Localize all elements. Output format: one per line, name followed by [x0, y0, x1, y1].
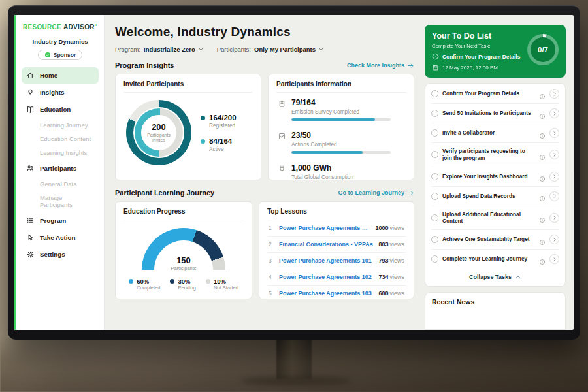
info-icon[interactable] — [539, 152, 546, 158]
task-item[interactable]: Invite a Collaborator — [431, 123, 559, 143]
org-name: Industry Dynamics — [22, 38, 99, 45]
legend-item-not-started: 10% Not Started — [206, 278, 238, 291]
donut-center-label: Participants Invited — [144, 133, 173, 144]
task-checkbox[interactable] — [431, 151, 438, 158]
legend-value: 60% — [137, 278, 160, 285]
sponsor-badge[interactable]: Sponsor — [38, 50, 82, 60]
donut-center-value: 200 — [152, 122, 166, 132]
chevron-down-icon — [198, 46, 204, 52]
chevron-right-icon[interactable] — [549, 89, 559, 99]
task-checkbox[interactable] — [431, 173, 438, 180]
task-item[interactable]: Verify participants requesting to join t… — [431, 143, 559, 167]
lesson-row[interactable]: 2 Financial Considerations - VPPAs 803vi… — [267, 237, 406, 253]
lesson-link[interactable]: Power Purchase Agreements 101 — [279, 257, 373, 264]
sidebar-item-general-data[interactable]: General Data — [22, 177, 99, 191]
lesson-row[interactable]: 4 Power Purchase Agreements 102 734views — [267, 269, 406, 286]
task-item[interactable]: Send 50 Invitations to Participants — [431, 104, 559, 123]
chevron-right-icon[interactable] — [549, 150, 559, 159]
task-item[interactable]: Upload Spend Data Records — [431, 187, 559, 206]
card-title: Education Progress — [123, 208, 244, 220]
task-label: Confirm Your Program Details — [442, 90, 535, 97]
progress-bar — [291, 151, 391, 154]
chevron-right-icon[interactable] — [549, 191, 559, 201]
info-icon[interactable] — [539, 110, 546, 117]
sidebar-item-label: Home — [40, 72, 57, 79]
chevron-right-icon[interactable] — [549, 108, 559, 118]
task-checkbox[interactable] — [431, 255, 438, 263]
info-icon[interactable] — [539, 91, 546, 97]
info-icon[interactable] — [539, 173, 546, 180]
info-icon[interactable] — [539, 256, 546, 263]
legend-item-completed: 60% Completed — [129, 278, 160, 291]
sidebar-item-learning-insights[interactable]: Learning Insights — [22, 146, 99, 159]
legend-value: 30% — [178, 278, 196, 285]
legend-dot — [129, 279, 133, 284]
sidebar-item-insights[interactable]: Insights — [22, 84, 99, 101]
info-icon[interactable] — [539, 130, 546, 137]
program-select[interactable]: Industrialize Zero — [144, 46, 204, 53]
task-item[interactable]: Confirm Your Program Details — [431, 84, 559, 104]
sidebar-item-learning-journey[interactable]: Learning Journey — [22, 118, 99, 132]
info-icon[interactable] — [539, 193, 546, 199]
lesson-rank: 4 — [269, 274, 274, 280]
lesson-row[interactable]: 3 Power Purchase Agreements 101 793views — [267, 253, 406, 269]
task-item[interactable]: Explore Your Insights Dashboard — [431, 167, 559, 187]
sponsor-check-icon — [44, 52, 51, 58]
lesson-row[interactable]: 1 Power Purchase Agreements 101 1000view… — [267, 220, 406, 237]
brand-plus: + — [95, 22, 98, 28]
invited-donut-inner: 200 Participants Invited — [135, 108, 183, 157]
collapse-tasks-button[interactable]: Collapse Tasks — [431, 269, 559, 284]
stat-label: Emission Survey Completed — [291, 108, 391, 115]
sidebar-item-home[interactable]: Home — [22, 67, 99, 84]
check-more-insights-link[interactable]: Check More Insights — [347, 62, 414, 69]
chevron-right-icon[interactable] — [549, 128, 559, 138]
check-square-icon — [278, 131, 286, 140]
sidebar-item-participants[interactable]: Participants — [22, 160, 99, 176]
legend-label: Pending — [178, 285, 196, 291]
lesson-link[interactable]: Financial Considerations - VPPAs — [279, 241, 373, 248]
lesson-link[interactable]: Power Purchase Agreements 101 — [279, 225, 370, 231]
task-item[interactable]: Complete Your Learning Journey — [431, 250, 559, 269]
lesson-row[interactable]: 5 Power Purchase Agreements 103 600views — [267, 286, 406, 301]
sidebar-item-education-content[interactable]: Education Content — [22, 132, 99, 146]
sidebar-item-take-action[interactable]: Take Action — [22, 229, 99, 246]
task-checkbox[interactable] — [431, 129, 438, 137]
clipboard-icon — [278, 99, 286, 107]
brand-primary: RESOURCE — [23, 24, 61, 31]
chevron-right-icon[interactable] — [549, 254, 559, 264]
sidebar-item-settings[interactable]: Settings — [22, 246, 99, 263]
task-checkbox[interactable] — [431, 236, 438, 243]
chevron-right-icon[interactable] — [549, 172, 559, 182]
info-icon[interactable] — [539, 237, 546, 243]
task-checkbox[interactable] — [431, 193, 438, 200]
legend-value: 84/164 — [209, 137, 232, 145]
sidebar-item-program[interactable]: Program — [22, 212, 99, 229]
chevron-right-icon[interactable] — [549, 213, 559, 223]
sidebar-item-education[interactable]: Education — [22, 101, 99, 118]
chevron-right-icon[interactable] — [549, 235, 559, 244]
lesson-views: 793views — [378, 257, 404, 264]
info-icon[interactable] — [539, 214, 546, 221]
lesson-rank: 5 — [269, 290, 274, 297]
participants-select[interactable]: Only My Participants — [254, 46, 324, 53]
program-filter: Program: Industrialize Zero — [115, 46, 204, 53]
task-checkbox[interactable] — [431, 110, 438, 117]
app-logo: RESOURCEADVISOR+ — [22, 22, 99, 31]
sidebar: RESOURCEADVISOR+ Industry Dynamics Spons… — [14, 15, 105, 330]
participants-filter: Participants: Only My Participants — [217, 46, 324, 53]
sidebar-item-manage-participants[interactable]: Manage Participants — [22, 191, 99, 212]
legend-label: Completed — [137, 285, 160, 291]
task-checkbox[interactable] — [431, 214, 438, 221]
lesson-rank: 1 — [269, 225, 274, 231]
task-item[interactable]: Achieve One Sustainability Target — [431, 230, 559, 250]
lesson-link[interactable]: Power Purchase Agreements 103 — [279, 290, 373, 297]
lesson-link[interactable]: Power Purchase Agreements 102 — [279, 274, 373, 280]
task-item[interactable]: Upload Additional Educational Content — [431, 206, 559, 231]
gauge-center-label: Participants — [142, 265, 225, 271]
task-checkbox[interactable] — [431, 90, 438, 97]
invited-donut-outer: 200 Participants Invited — [126, 100, 191, 165]
link-label: Check More Insights — [347, 62, 404, 69]
brand-secondary: ADVISOR — [63, 24, 95, 31]
sidebar-item-label: Settings — [40, 251, 65, 258]
go-to-learning-journey-link[interactable]: Go to Learning Journey — [338, 189, 414, 197]
